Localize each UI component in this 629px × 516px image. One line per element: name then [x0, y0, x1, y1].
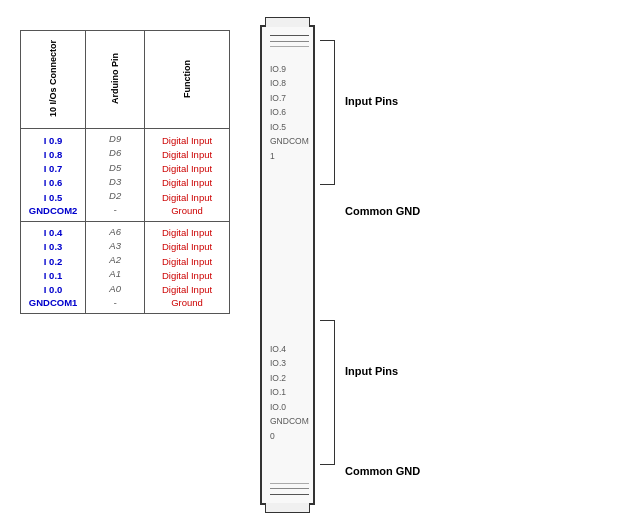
functions-group1: Digital Input Digital Input Digital Inpu…	[145, 129, 230, 222]
arduino-pins-group1: D9 D6 D5 D3 D2 -	[86, 129, 145, 222]
header-connector: 10 I/Os Connector	[21, 31, 86, 129]
connector-line-top3	[270, 46, 309, 48]
pin-io5: IO.5	[270, 120, 313, 134]
label-input-pins-bottom: Input Pins	[345, 365, 398, 377]
pin-io4: IO.4	[270, 342, 313, 356]
connector-tab-bottom	[265, 503, 310, 513]
connector-line-bottom1	[270, 493, 309, 495]
diagram-section: IO.9 IO.8 IO.7 IO.6 IO.5 GNDCOM 1 IO.4 I…	[240, 10, 619, 506]
connector-line-top2	[270, 41, 309, 43]
pin-io2: IO.2	[270, 371, 313, 385]
label-common-gnd-top: Common GND	[345, 205, 420, 217]
connector-line-bottom3	[270, 482, 309, 484]
label-input-pins-top: Input Pins	[345, 95, 398, 107]
pin-io3: IO.3	[270, 356, 313, 370]
pin-gndcom1: GNDCOM 1	[270, 134, 313, 163]
connector-tab-top	[265, 17, 310, 27]
pin-io9: IO.9	[270, 62, 313, 76]
pin-io8: IO.8	[270, 76, 313, 90]
bracket-lower	[320, 320, 335, 465]
table-section: 10 I/Os Connector Arduino Pin Function I…	[10, 10, 240, 506]
connector-pins-group1: I 0.9 I 0.8 I 0.7 I 0.6 I 0.5 GNDCOM2	[21, 129, 86, 222]
connector-line-bottom2	[270, 487, 309, 489]
bracket-upper	[320, 40, 335, 185]
connector-outer: IO.9 IO.8 IO.7 IO.6 IO.5 GNDCOM 1 IO.4 I…	[260, 25, 315, 505]
table-row: I 0.9 I 0.8 I 0.7 I 0.6 I 0.5 GNDCOM2 D9…	[21, 129, 230, 222]
label-common-gnd-bottom: Common GND	[345, 465, 420, 477]
pin-gndcom0: GNDCOM 0	[270, 414, 313, 443]
connector-pins-group2: I 0.4 I 0.3 I 0.2 I 0.1 I 0.0 GNDCOM1	[21, 221, 86, 314]
arduino-pins-group2: A6 A3 A2 A1 A0 -	[86, 221, 145, 314]
header-function: Function	[145, 31, 230, 129]
pin-io7: IO.7	[270, 91, 313, 105]
connector-line-top1	[270, 35, 309, 37]
io-table: 10 I/Os Connector Arduino Pin Function I…	[20, 30, 230, 314]
pin-io6: IO.6	[270, 105, 313, 119]
header-arduino: Arduino Pin	[86, 31, 145, 129]
pin-io0: IO.0	[270, 400, 313, 414]
pin-io1: IO.1	[270, 385, 313, 399]
pin-group-upper: IO.9 IO.8 IO.7 IO.6 IO.5 GNDCOM 1	[270, 62, 313, 163]
connector-body: IO.9 IO.8 IO.7 IO.6 IO.5 GNDCOM 1 IO.4 I…	[260, 25, 320, 505]
table-row: I 0.4 I 0.3 I 0.2 I 0.1 I 0.0 GNDCOM1 A6…	[21, 221, 230, 314]
pin-group-lower: IO.4 IO.3 IO.2 IO.1 IO.0 GNDCOM 0	[270, 342, 313, 443]
functions-group2: Digital Input Digital Input Digital Inpu…	[145, 221, 230, 314]
